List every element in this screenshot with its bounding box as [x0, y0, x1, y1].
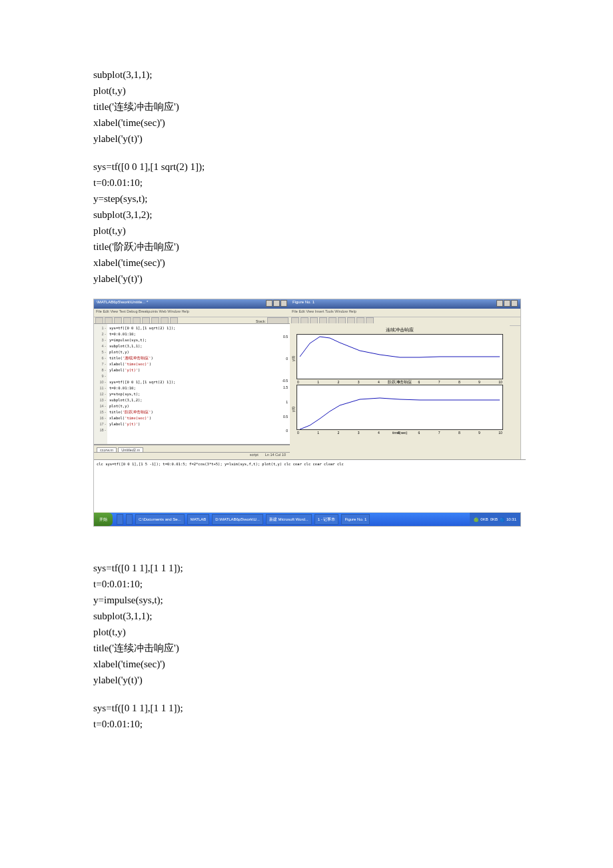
editor-menubar[interactable]: File Edit View Text Debug Breakpoints We… — [94, 309, 290, 317]
taskbar-item[interactable]: MATLAB — [187, 514, 210, 525]
code-block-4: sys=tf([0 1 1],[1 1 1]); t=0:0.01:10; — [93, 700, 520, 732]
tray-kb1: 0KB — [480, 517, 488, 521]
tab-file1[interactable]: ccorw.m — [97, 447, 117, 452]
taskbar-item[interactable]: 1 - 记事本 — [314, 514, 339, 525]
plot-step: y(t) 1.510.50 012345678910 — [297, 385, 503, 430]
windows-taskbar[interactable]: 开始 C:\Documents and Se...MATLABD:\MATLAB… — [94, 513, 520, 526]
figure-canvas: 连续冲击响应 y(t) 0.50-0.5 012345678910 阶跃冲击响应… — [290, 323, 510, 457]
max-icon[interactable] — [504, 300, 510, 307]
taskbar-items: C:\Documents and Se...MATLABD:\MATLAB6p5… — [115, 514, 371, 525]
status-position: Ln 14 Col 10 — [265, 453, 286, 459]
plot1-ylabel: y(t) — [291, 356, 295, 361]
editor-code-text[interactable]: sys=tf([0 0 1],[1 sqrt(2) 1]); t=0:0.01:… — [107, 324, 290, 444]
start-label: 开始 — [99, 517, 107, 523]
matlab-screenshot: \MATLAB6p5\work\Untitle... * File Edit V… — [93, 299, 521, 527]
document-page: subplot(3,1,1); plot(t,y) title('连续冲击响应'… — [0, 0, 613, 784]
editor-title: \MATLAB6p5\work\Untitle... * — [97, 300, 148, 308]
system-tray[interactable]: 🟢 0KB 0KB 🔵 10:31 — [470, 513, 520, 526]
tray-icon-2: 🔵 — [500, 517, 504, 522]
figure-titlebar[interactable]: Figure No. 1 — [290, 299, 520, 309]
plot2-xticks: 012345678910 — [297, 431, 502, 435]
figure-title: Figure No. 1 — [293, 300, 314, 308]
max-icon[interactable] — [273, 300, 280, 307]
figure-menubar[interactable]: File Edit View Insert Tools Window Help — [290, 309, 520, 317]
plot2-line — [297, 385, 502, 429]
figure-window-buttons[interactable] — [496, 300, 518, 308]
taskbar-item[interactable]: 新建 Microsoft Word... — [266, 514, 312, 525]
status-mode: script — [250, 453, 259, 459]
plot1-title: 连续冲击响应 — [297, 327, 503, 333]
start-button[interactable]: 开始 — [94, 513, 113, 526]
min-icon[interactable] — [266, 300, 273, 307]
taskbar-item[interactable] — [126, 514, 133, 525]
min-icon[interactable] — [496, 300, 503, 307]
editor-code-area[interactable]: 1 -2 -3 -4 -5 -6 -7 -8 -9 -10 -11 -12 -1… — [94, 323, 290, 445]
plot1-line — [297, 335, 502, 379]
line-gutter: 1 -2 -3 -4 -5 -6 -7 -8 -9 -10 -11 -12 -1… — [94, 324, 107, 444]
code-block-1: subplot(3,1,1); plot(t,y) title('连续冲击响应'… — [93, 67, 520, 147]
tray-kb2: 0KB — [490, 517, 498, 521]
tab-file2[interactable]: Untitled2.m — [118, 447, 143, 452]
command-window[interactable]: clc sys=tf([0 0 1],[1 5 -1]); t=0:0.01:5… — [94, 459, 526, 512]
editor-statusbar: script Ln 14 Col 10 — [94, 452, 290, 459]
window-buttons[interactable] — [265, 300, 287, 308]
close-icon[interactable] — [281, 300, 287, 307]
close-icon[interactable] — [511, 300, 518, 307]
tray-clock: 10:31 — [506, 517, 516, 521]
code-block-2: sys=tf([0 0 1],[1 sqrt(2) 1]); t=0:0.01:… — [93, 159, 520, 287]
code-block-3: sys=tf([0 1 1],[1 1 1]); t=0:0.01:10; y=… — [93, 560, 520, 688]
plot1-xticks: 012345678910 — [297, 380, 502, 384]
plot2-ylabel: y(t) — [291, 407, 295, 412]
taskbar-item[interactable]: D:\MATLAB6p5\work\U... — [212, 514, 263, 525]
taskbar-item[interactable]: Figure No. 1 — [341, 514, 370, 525]
tray-icon-1: 🟢 — [474, 517, 478, 522]
editor-titlebar[interactable]: \MATLAB6p5\work\Untitle... * — [94, 299, 290, 309]
plot-impulse: y(t) 0.50-0.5 012345678910 — [297, 334, 503, 379]
taskbar-item[interactable] — [117, 514, 123, 525]
taskbar-item[interactable]: C:\Documents and Se... — [135, 514, 185, 525]
